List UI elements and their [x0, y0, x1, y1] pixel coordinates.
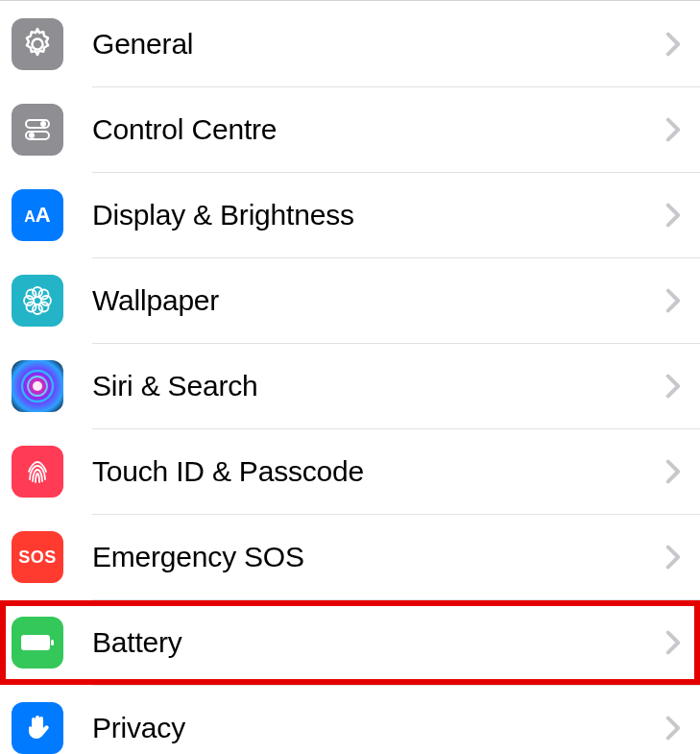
chevron-right-icon [665, 459, 681, 484]
chevron-right-icon [665, 32, 681, 57]
settings-row-wallpaper[interactable]: Wallpaper [0, 258, 700, 343]
switches-icon [12, 104, 63, 156]
settings-row-general[interactable]: General [0, 2, 700, 86]
chevron-right-icon [665, 630, 681, 655]
svg-point-5 [33, 287, 42, 297]
svg-rect-17 [51, 640, 54, 645]
chevron-right-icon [665, 288, 681, 313]
text-size-icon: AA [12, 189, 63, 241]
settings-row-label: Siri & Search [92, 370, 665, 402]
battery-icon [12, 617, 63, 669]
svg-point-9 [27, 290, 36, 300]
settings-row-battery[interactable]: Battery [0, 600, 700, 685]
chevron-right-icon [665, 374, 681, 399]
settings-row-label: Display & Brightness [92, 199, 665, 231]
svg-point-10 [39, 290, 49, 300]
chevron-right-icon [665, 716, 681, 741]
svg-point-7 [24, 296, 34, 305]
settings-row-label: Emergency SOS [92, 541, 665, 573]
settings-row-siri-search[interactable]: Siri & Search [0, 344, 700, 428]
fingerprint-icon [12, 446, 63, 498]
siri-icon [12, 360, 63, 412]
settings-row-label: Privacy [92, 712, 665, 744]
gear-icon [12, 18, 63, 70]
settings-row-label: Wallpaper [92, 284, 665, 317]
chevron-right-icon [665, 203, 681, 228]
flower-icon [12, 275, 63, 327]
settings-row-display-brightness[interactable]: AA Display & Brightness [0, 173, 700, 257]
settings-row-touch-id[interactable]: Touch ID & Passcode [0, 429, 700, 514]
settings-row-control-centre[interactable]: Control Centre [0, 87, 700, 172]
chevron-right-icon [665, 545, 681, 570]
svg-rect-16 [21, 635, 50, 650]
settings-row-label: General [92, 28, 665, 61]
svg-point-12 [39, 303, 49, 312]
svg-point-11 [27, 303, 36, 312]
svg-point-1 [40, 121, 46, 127]
svg-point-15 [33, 381, 42, 391]
sos-icon: SOS [12, 531, 63, 583]
settings-row-label: Control Centre [92, 113, 665, 146]
settings-row-label: Battery [92, 626, 665, 659]
settings-row-label: Touch ID & Passcode [92, 455, 665, 488]
settings-row-emergency-sos[interactable]: SOS Emergency SOS [0, 515, 700, 599]
settings-list: General Control Centre AA Display & Brig… [0, 1, 700, 754]
svg-point-6 [33, 304, 42, 314]
settings-row-privacy[interactable]: Privacy [0, 686, 700, 754]
svg-point-3 [29, 133, 35, 138]
svg-point-8 [41, 296, 51, 305]
chevron-right-icon [665, 117, 681, 142]
hand-icon [12, 702, 63, 754]
